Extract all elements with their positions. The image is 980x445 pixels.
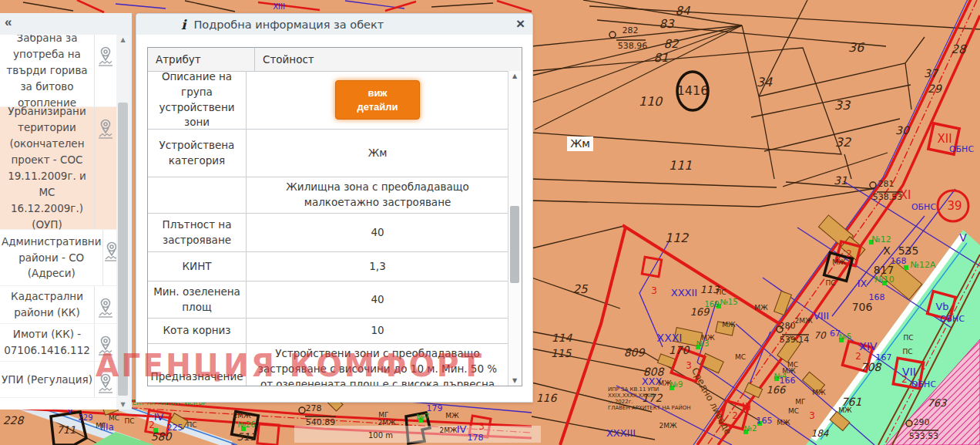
map-label: 3: [809, 410, 815, 421]
map-label: 540.89: [306, 417, 336, 427]
table-scroll-down-icon[interactable]: ▼: [508, 377, 521, 384]
map-label: ПС: [186, 421, 196, 429]
map-label: 535: [898, 244, 919, 257]
value-cell: виж детайли: [247, 71, 508, 129]
value-cell: 40: [247, 214, 508, 251]
value-cell: 10: [247, 319, 508, 343]
sidebar-scrollbar[interactable]: ▲ ▼: [116, 35, 129, 410]
map-pin-icon[interactable]: [102, 230, 116, 285]
map-label: 2: [855, 351, 861, 362]
sidebar-item[interactable]: Административни райони - СО (Адреси): [0, 230, 116, 286]
map-pin-icon[interactable]: [94, 362, 116, 397]
map-label: 2: [901, 374, 908, 385]
info-icon: i: [181, 17, 186, 32]
map-label: 281: [878, 179, 894, 189]
attribute-cell: КИНТ: [148, 252, 247, 281]
map-label: ИПР ЗА КВ.11 УПИ: [608, 386, 659, 393]
map-label: 169: [690, 306, 711, 318]
map-label: ОБНС: [949, 144, 974, 154]
map-label: 115: [551, 347, 572, 359]
map-label: МГ: [795, 398, 805, 406]
close-icon[interactable]: ×: [516, 15, 525, 32]
layer-list: Забрана за употреба на твърди горива за …: [0, 35, 116, 410]
map-label: 2МЖ: [378, 419, 395, 426]
table-row: Плътност на застрояване40: [148, 214, 508, 252]
sidebar-item[interactable]: Забрана за употреба на твърди горива за …: [0, 35, 116, 107]
map-label: 28: [951, 42, 967, 56]
app-stage: XIII8483282538.9682811416110Жм1111123436…: [0, 0, 980, 445]
map-label: 1416: [677, 83, 709, 98]
map-label: 706: [852, 301, 873, 313]
map-pin-icon[interactable]: [94, 286, 116, 323]
map-label: VIII: [814, 310, 829, 322]
map-label: 165: [757, 416, 773, 426]
sidebar-item[interactable]: Урбанизирани територии (окончателен прое…: [0, 107, 116, 230]
sidebar-collapse-button[interactable]: «: [5, 15, 12, 30]
value-cell: Жм: [247, 130, 508, 177]
map-label: 2МЖ: [659, 422, 676, 430]
value-cell: 40: [247, 281, 508, 318]
map-label: №12А: [911, 260, 936, 270]
map-label: 228: [3, 414, 25, 426]
table-body: Описание на група устройствени зонивиж д…: [148, 71, 508, 386]
map-label: 3: [651, 285, 657, 296]
map-label: 114: [552, 332, 573, 344]
map-label: 2: [732, 410, 738, 421]
table-scroll-up-icon[interactable]: ▲: [508, 72, 521, 79]
map-label: №15: [720, 298, 737, 306]
map-label: №2: [744, 424, 757, 433]
value-cell: Жилищна зона с преобладаващо малкоетажно…: [247, 177, 508, 213]
sidebar-item[interactable]: Кадастрални райони (КК): [0, 286, 116, 324]
map-label: 83: [659, 17, 675, 31]
view-details-button[interactable]: виж детайли: [335, 80, 420, 120]
map-label: 33: [834, 98, 851, 113]
map-label: №10: [874, 275, 894, 285]
map-label: 111: [669, 158, 693, 173]
map-label: МС: [735, 353, 746, 361]
table-row: ПредназначениеУстройствени зони с преобл…: [148, 344, 508, 386]
map-label: 110: [639, 94, 663, 109]
dialog-title-group: i Подробна информация за обект: [181, 17, 384, 32]
table-scroll-thumb[interactable]: [510, 206, 519, 283]
map-label: XIV: [859, 340, 878, 352]
map-label: 711: [57, 424, 76, 436]
map-pin-icon[interactable]: [94, 35, 116, 106]
map-label: МЖ: [754, 304, 768, 312]
sidebar-item[interactable]: УПИ (Регулация): [0, 362, 116, 398]
map-label: ОБНС: [940, 314, 965, 324]
map-label: ПС: [902, 348, 912, 356]
map-label: №5: [839, 332, 852, 341]
table-row: Описание на група устройствени зонивиж д…: [148, 71, 508, 130]
table-row: Жилищна зона с преобладаващо малкоетажно…: [148, 177, 508, 214]
dialog-title: Подробна информация за обект: [193, 19, 384, 31]
sidebar-scroll-thumb[interactable]: [118, 103, 128, 396]
map-label: ... 2022г.: [608, 399, 633, 405]
scroll-down-icon[interactable]: ▼: [116, 401, 129, 408]
map-label: 2МЖ: [439, 426, 457, 434]
map-label: 30: [895, 124, 910, 137]
map-label: IV: [457, 423, 467, 435]
map-label: 278: [306, 403, 322, 413]
table-scrollbar[interactable]: ▲ ▼: [508, 71, 522, 386]
map-label: 84: [675, 4, 690, 18]
scroll-up-icon[interactable]: ▲: [116, 36, 129, 43]
map-label: МС: [788, 407, 799, 415]
attribute-cell: Мин. озеленена площ: [148, 281, 247, 318]
table-row: Мин. озеленена площ40: [148, 281, 508, 319]
map-pin-icon[interactable]: [94, 324, 116, 361]
map-pin-icon[interactable]: [94, 107, 116, 229]
map-label: ХХІХ,ХХХІІ,ХХХІІІ: [608, 393, 654, 399]
map-label: МС: [109, 414, 119, 422]
map-label: XXXII: [671, 287, 697, 298]
map-label: МЖ: [445, 412, 459, 420]
map-label: ПС: [716, 288, 726, 296]
sidebar-item-label: Кадастрални райони (КК): [0, 286, 94, 323]
sidebar-item[interactable]: Имоти (КК) - 07106.1416.112: [0, 324, 116, 362]
map-label: 2МЖ: [794, 317, 812, 325]
map-label: №7: [417, 413, 430, 421]
attribute-cell: Описание на група устройствени зони: [148, 71, 247, 129]
map-label: 538.53: [873, 192, 903, 202]
map-label: 2: [149, 420, 155, 430]
map-label: V: [959, 231, 967, 244]
table-row: Устройствена категорияЖм: [148, 130, 508, 177]
